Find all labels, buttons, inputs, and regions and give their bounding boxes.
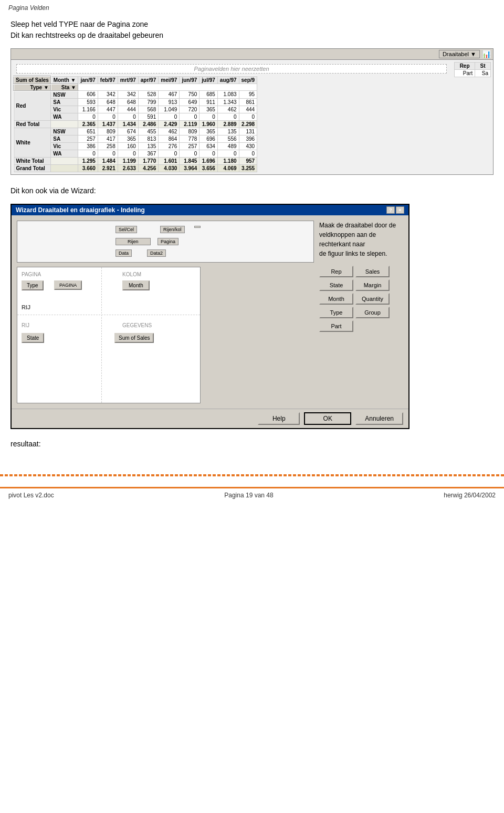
footer-doc-name: pivot Les v2.doc [8, 492, 54, 499]
field-btn-quantity[interactable]: Quantity [355, 293, 390, 305]
footer-page-info: Pagina 19 van 48 [224, 492, 273, 499]
wizard-intro: Dit kon ook via de Wizard: [10, 185, 494, 196]
pagina-zone-label: PAGINA [22, 272, 41, 277]
desc-line3: de figuur links te slepen. [319, 249, 403, 258]
wizard-layout-diagram: PAGINA Type PAGINA KOLOM Month RIJ Sta [17, 267, 201, 403]
pivot-toolbar-right: Draaitabel ▼ 📊 [439, 50, 491, 58]
wizard-mini-preview: Sel/Cel Rijen/kol Rijen Pagina Data Data… [17, 221, 314, 263]
col-jun97: jun/97 [180, 76, 200, 84]
cancel-button[interactable]: Annuleren [355, 412, 403, 425]
field-btn-month[interactable]: Month [319, 293, 353, 305]
st-header: St [475, 62, 491, 70]
wizard-description: Maak de draaitabel door de veldknoppen a… [319, 221, 403, 258]
field-buttons-grid: Rep Sales State Margin Month Quantity Ty… [319, 266, 403, 332]
wizard-right-panel: Maak de draaitabel door de veldknoppen a… [319, 221, 403, 403]
state-field-btn[interactable]: State [22, 333, 44, 343]
header-title: Pagina Velden [8, 4, 49, 12]
side-panel: Rep St Part Sa [454, 62, 491, 172]
part-cell: Part [455, 70, 475, 77]
wizard-left-panel: Sel/Cel Rijen/kol Rijen Pagina Data Data… [17, 221, 314, 403]
wizard-title: Wizard Draaitabel en draaigrafiek - Inde… [16, 206, 145, 214]
pivot-table: Sum of Sales Month ▼ jan/97 feb/97 mrt/9… [13, 76, 257, 172]
mini-cell-2[interactable]: Rijen/kol [160, 226, 185, 233]
instruction-line1: Sleep het veld TYPE naar de Pagina zone [10, 19, 494, 30]
col-aug97: aug/97 [217, 76, 239, 84]
footer-date: herwig 26/04/2002 [444, 492, 496, 499]
col-mei97: mei/97 [159, 76, 180, 84]
type-field[interactable]: Type ▼ [14, 84, 51, 91]
resultaat-section: resultaat: [10, 440, 494, 448]
rij-zone-label: RIJ [22, 322, 29, 328]
col-jul97: jul/97 [200, 76, 218, 84]
wizard-body: Sel/Cel Rijen/kol Rijen Pagina Data Data… [12, 215, 408, 409]
gegevens-zone-label: GEGEVENS [122, 322, 152, 328]
col-feb97: feb/97 [98, 76, 118, 84]
wizard-close-btn[interactable]: × [396, 206, 404, 214]
table-row: Red NSW 6063423425284677506851.08395 [14, 91, 257, 99]
pivot-toolbar: Draaitabel ▼ 📊 [11, 49, 493, 60]
wizard-footer: Help OK Annuleren [12, 409, 408, 428]
rij-big-label: RIJ [22, 304, 30, 310]
desc-line2: veldknoppen aan de rechterkant naar [319, 230, 403, 249]
field-btn-margin[interactable]: Margin [355, 279, 390, 291]
page-footer: pivot Les v2.doc Pagina 19 van 48 herwig… [0, 487, 504, 502]
sum-of-sales-field[interactable]: Sum of Sales [14, 76, 51, 84]
footer-area: pivot Les v2.doc Pagina 19 van 48 herwig… [0, 474, 504, 502]
field-btn-sales[interactable]: Sales [355, 266, 390, 277]
pagina-field-btn[interactable]: PAGINA [54, 280, 82, 290]
month-field[interactable]: Month ▼ [51, 76, 78, 84]
field-btn-type[interactable]: Type [319, 307, 353, 318]
wizard-dialog: Wizard Draaitabel en draaigrafiek - Inde… [10, 204, 410, 429]
col-sep9: sep/9 [239, 76, 257, 84]
col-apr97: apr/97 [138, 76, 158, 84]
kolom-zone-label: KOLOM [122, 272, 141, 277]
wizard-title-buttons: ? × [386, 206, 404, 214]
horizontal-divider [17, 315, 200, 315]
mini-cell-1: Sel/Cel [116, 226, 137, 233]
page-fields-bar[interactable]: Paginavelden hier neerzetten [16, 64, 447, 74]
vertical-divider [101, 267, 102, 403]
help-button[interactable]: Help [258, 412, 300, 425]
field-btn-part[interactable]: Part [319, 320, 353, 332]
field-btn-rep[interactable]: Rep [319, 266, 353, 277]
field-btn-group[interactable]: Group [355, 307, 390, 318]
draaitabel-button[interactable]: Draaitabel ▼ [439, 50, 480, 58]
mini-cell-3 [194, 226, 201, 228]
table-row: White NSW 651809674455462809365135131 [14, 128, 257, 135]
mini-cell-data[interactable]: Pagina [158, 238, 178, 245]
wizard-help-icon-btn[interactable]: ? [386, 206, 395, 214]
resultaat-label: resultaat: [10, 440, 41, 448]
rep-header: Rep [455, 62, 475, 70]
white-total-row: White Total 1.2951.4841.1991.7701.6011.8… [14, 157, 257, 164]
field-btn-state[interactable]: State [319, 279, 353, 291]
desc-line1: Maak de draaitabel door de [319, 221, 403, 230]
footer-wave [0, 474, 504, 476]
pivot-table-container: Draaitabel ▼ 📊 Paginavelden hier neerzet… [10, 48, 494, 175]
mini-field-row: Rijen [116, 238, 151, 245]
mini-cell-bottom: Data [116, 249, 132, 257]
instruction-line2: Dit kan rechtstreeks op de draaitabel ge… [10, 30, 494, 41]
wizard-title-bar: Wizard Draaitabel en draaigrafiek - Inde… [12, 205, 408, 215]
wizard-intro-text: Dit kon ook via de Wizard: [10, 186, 96, 195]
page-header: Pagina Velden [0, 0, 504, 14]
state-field[interactable]: Sta ▼ [51, 84, 78, 91]
toolbar-icon1: 📊 [482, 50, 491, 58]
col-jan97: jan/97 [78, 76, 98, 84]
main-content: Sleep het veld TYPE naar de Pagina zone … [0, 14, 504, 453]
instructions: Sleep het veld TYPE naar de Pagina zone … [10, 19, 494, 41]
grand-total-row: Grand Total 3.6602.9212.6334.2564.0303.9… [14, 164, 257, 172]
red-total-row: Red Total 2.3651.4371.4342.4862.4292.119… [14, 120, 257, 128]
ok-button[interactable]: OK [304, 412, 351, 425]
month-field-btn[interactable]: Month [122, 280, 150, 290]
col-mrt97: mrt/97 [118, 76, 138, 84]
sa-cell: Sa [475, 70, 491, 77]
mini-cell-klaar: Data2 [147, 249, 166, 257]
type-field-btn[interactable]: Type [22, 280, 44, 290]
sum-of-sales-field-btn[interactable]: Sum of Sales [114, 333, 154, 343]
